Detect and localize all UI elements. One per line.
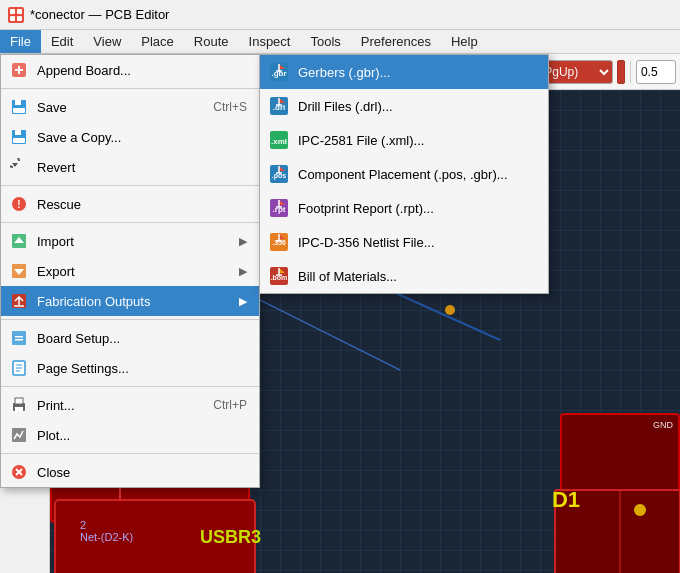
bom-icon: .bom bbox=[268, 265, 290, 287]
board-setup-label: Board Setup... bbox=[37, 331, 247, 346]
menu-close[interactable]: Close bbox=[1, 457, 259, 487]
ipc2581-icon: .xml bbox=[268, 129, 290, 151]
file-menu-dropdown: Append Board... Save Ctrl+S Save a Copy.… bbox=[0, 54, 260, 488]
ipc-d356-label: IPC-D-356 Netlist File... bbox=[298, 235, 435, 250]
menu-file[interactable]: File bbox=[0, 30, 41, 53]
drill-icon: .drl bbox=[268, 95, 290, 117]
fab-ipc-d356[interactable]: .356 IPC-D-356 Netlist File... bbox=[260, 225, 548, 259]
menu-save[interactable]: Save Ctrl+S bbox=[1, 92, 259, 122]
svg-text:.xml: .xml bbox=[271, 137, 287, 146]
plot-icon bbox=[9, 425, 29, 445]
drill-label: Drill Files (.drl)... bbox=[298, 99, 393, 114]
svg-point-34 bbox=[445, 305, 455, 315]
footprint-report-label: Footprint Report (.rpt)... bbox=[298, 201, 434, 216]
menu-export[interactable]: Export ▶ bbox=[1, 256, 259, 286]
gerbers-label: Gerbers (.gbr)... bbox=[298, 65, 390, 80]
svg-rect-50 bbox=[15, 130, 21, 135]
menu-plot[interactable]: Plot... bbox=[1, 420, 259, 450]
zoom-value-input[interactable] bbox=[636, 60, 676, 84]
sep-5 bbox=[1, 386, 259, 387]
menu-place[interactable]: Place bbox=[131, 30, 184, 53]
plot-label: Plot... bbox=[37, 428, 247, 443]
svg-rect-2 bbox=[10, 16, 15, 21]
svg-rect-47 bbox=[15, 100, 21, 105]
menu-edit[interactable]: Edit bbox=[41, 30, 83, 53]
component-placement-icon: .pos bbox=[268, 163, 290, 185]
footprint-report-icon: .rpt bbox=[268, 197, 290, 219]
menu-board-setup[interactable]: Board Setup... bbox=[1, 323, 259, 353]
menu-help[interactable]: Help bbox=[441, 30, 488, 53]
svg-rect-70 bbox=[15, 398, 23, 404]
net-label: 2 Net-(D2-K) bbox=[80, 519, 133, 543]
menu-route[interactable]: Route bbox=[184, 30, 239, 53]
menu-save-copy[interactable]: Save a Copy... bbox=[1, 122, 259, 152]
d1-label: D1 bbox=[552, 487, 580, 513]
import-label: Import bbox=[37, 234, 231, 249]
gerbers-icon: .gbr bbox=[268, 61, 290, 83]
append-board-icon bbox=[9, 60, 29, 80]
fab-drill[interactable]: .drl Drill Files (.drl)... bbox=[260, 89, 548, 123]
save-shortcut: Ctrl+S bbox=[213, 100, 247, 114]
app-icon bbox=[8, 7, 24, 23]
close-label: Close bbox=[37, 465, 247, 480]
fab-footprint-report[interactable]: .rpt Footprint Report (.rpt)... bbox=[260, 191, 548, 225]
menu-preferences[interactable]: Preferences bbox=[351, 30, 441, 53]
svg-rect-62 bbox=[12, 331, 26, 345]
save-label: Save bbox=[37, 100, 205, 115]
import-arrow: ▶ bbox=[239, 235, 247, 248]
revert-label: Revert bbox=[37, 160, 247, 175]
fab-gerbers[interactable]: .gbr Gerbers (.gbr)... bbox=[260, 55, 548, 89]
menu-tools[interactable]: Tools bbox=[300, 30, 350, 53]
sep-6 bbox=[1, 453, 259, 454]
sep-4 bbox=[1, 319, 259, 320]
sep-2 bbox=[1, 185, 259, 186]
svg-point-40 bbox=[634, 504, 646, 516]
menu-revert[interactable]: Revert bbox=[1, 152, 259, 182]
menu-rescue[interactable]: ! Rescue bbox=[1, 189, 259, 219]
ipc-d356-icon: .356 bbox=[268, 231, 290, 253]
fab-ipc2581[interactable]: .xml IPC-2581 File (.xml)... bbox=[260, 123, 548, 157]
menu-append-board[interactable]: Append Board... bbox=[1, 55, 259, 85]
menu-fab-outputs[interactable]: Fabrication Outputs ▶ bbox=[1, 286, 259, 316]
board-setup-icon bbox=[9, 328, 29, 348]
svg-rect-0 bbox=[10, 9, 15, 14]
menu-print[interactable]: Print... Ctrl+P bbox=[1, 390, 259, 420]
save-icon bbox=[9, 97, 29, 117]
toolbar-sep-5 bbox=[630, 61, 631, 83]
menu-inspect[interactable]: Inspect bbox=[239, 30, 301, 53]
revert-icon bbox=[9, 157, 29, 177]
ipc2581-label: IPC-2581 File (.xml)... bbox=[298, 133, 424, 148]
svg-rect-64 bbox=[15, 339, 23, 341]
svg-rect-63 bbox=[15, 336, 23, 338]
svg-rect-71 bbox=[15, 407, 23, 411]
menu-view[interactable]: View bbox=[83, 30, 131, 53]
fab-outputs-label: Fabrication Outputs bbox=[37, 294, 231, 309]
page-settings-icon bbox=[9, 358, 29, 378]
fab-outputs-arrow: ▶ bbox=[239, 295, 247, 308]
export-arrow: ▶ bbox=[239, 265, 247, 278]
sep-3 bbox=[1, 222, 259, 223]
close-icon bbox=[9, 462, 29, 482]
import-icon bbox=[9, 231, 29, 251]
save-copy-label: Save a Copy... bbox=[37, 130, 247, 145]
menu-bar: File Edit View Place Route Inspect Tools… bbox=[0, 30, 680, 54]
fab-outputs-icon bbox=[9, 291, 29, 311]
svg-text:!: ! bbox=[17, 199, 20, 210]
sep-1 bbox=[1, 88, 259, 89]
print-shortcut: Ctrl+P bbox=[213, 398, 247, 412]
usbr3-label: USBR3 bbox=[200, 527, 261, 548]
print-icon bbox=[9, 395, 29, 415]
export-icon bbox=[9, 261, 29, 281]
fab-component-placement[interactable]: .pos Component Placement (.pos, .gbr)... bbox=[260, 157, 548, 191]
svg-rect-3 bbox=[17, 16, 22, 21]
fab-submenu: .gbr Gerbers (.gbr)... .drl Drill Files … bbox=[259, 54, 549, 294]
menu-import[interactable]: Import ▶ bbox=[1, 226, 259, 256]
svg-rect-51 bbox=[13, 138, 25, 143]
fab-bom[interactable]: .bom Bill of Materials... bbox=[260, 259, 548, 293]
component-placement-label: Component Placement (.pos, .gbr)... bbox=[298, 167, 508, 182]
export-label: Export bbox=[37, 264, 231, 279]
menu-page-settings[interactable]: Page Settings... bbox=[1, 353, 259, 383]
rescue-label: Rescue bbox=[37, 197, 247, 212]
rescue-icon: ! bbox=[9, 194, 29, 214]
title-text: *conector — PCB Editor bbox=[30, 7, 169, 22]
